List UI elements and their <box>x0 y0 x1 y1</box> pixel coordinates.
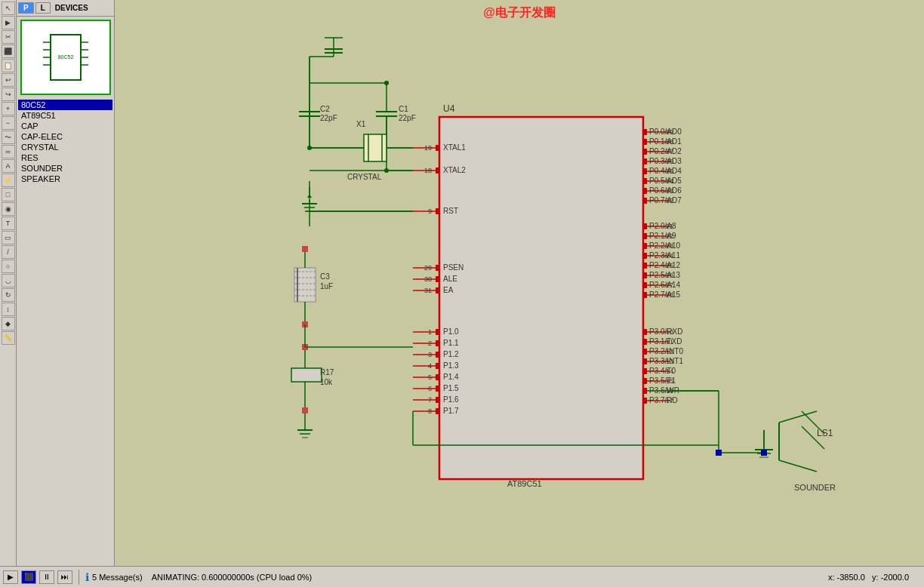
toolbar-btn-probe[interactable]: ◉ <box>2 202 15 216</box>
svg-text:32: 32 <box>666 197 673 204</box>
svg-text:AT89C51: AT89C51 <box>507 479 542 488</box>
svg-text:XTAL1: XTAL1 <box>443 143 466 152</box>
svg-rect-36 <box>436 287 439 294</box>
svg-text:3: 3 <box>428 351 432 358</box>
svg-text:34: 34 <box>666 177 673 185</box>
toolbar-btn-power[interactable]: ⚡ <box>2 174 15 187</box>
svg-text:ALE: ALE <box>443 275 457 283</box>
toolbar-btn-redo[interactable]: ↪ <box>2 88 15 101</box>
svg-text:R17: R17 <box>320 368 334 376</box>
toolbar-btn-bus[interactable]: ═ <box>2 145 15 158</box>
toolbar-btn-line[interactable]: / <box>2 245 15 259</box>
svg-text:XTAL2: XTAL2 <box>443 166 466 174</box>
svg-text:19: 19 <box>424 144 432 152</box>
toolbar-btn-copy[interactable]: ⬛ <box>2 45 15 58</box>
comp-item-res[interactable]: RES <box>18 152 112 163</box>
status-messages: 5 Message(s) <box>92 573 143 582</box>
svg-rect-100 <box>643 198 647 204</box>
svg-rect-68 <box>436 408 439 414</box>
comp-item-speaker[interactable]: SPEAKER <box>18 174 112 184</box>
svg-text:P2.7/A15: P2.7/A15 <box>649 290 681 299</box>
toolbar-btn-text[interactable]: T <box>2 217 15 230</box>
svg-rect-84 <box>643 158 647 164</box>
svg-text:5: 5 <box>428 373 432 381</box>
toolbar-btn-label[interactable]: A <box>2 159 15 173</box>
l-button[interactable]: L <box>35 2 51 14</box>
toolbar-btn-play[interactable]: ▶ <box>2 16 15 29</box>
svg-rect-28 <box>436 265 439 271</box>
toolbar-btn-arc[interactable]: ◡ <box>2 274 15 287</box>
svg-text:LS1: LS1 <box>817 428 833 438</box>
comp-item-cap[interactable]: CAP <box>18 121 112 131</box>
svg-text:8: 8 <box>428 407 432 415</box>
component-list: 80C52 AT89C51 CAP CAP-ELEC CRYSTAL RES S… <box>17 98 114 186</box>
svg-text:21: 21 <box>666 223 673 230</box>
svg-text:P1.3: P1.3 <box>443 361 459 370</box>
toolbar-btn-zoom-out[interactable]: − <box>2 116 15 130</box>
toolbar-btn-component[interactable]: □ <box>2 188 15 201</box>
toolbar-btn-wire[interactable]: 〜 <box>2 131 15 144</box>
svg-rect-64 <box>436 397 439 403</box>
status-pause-btn[interactable]: ⏸ <box>39 570 54 584</box>
comp-item-crystal[interactable]: CRYSTAL <box>18 142 112 152</box>
svg-text:17: 17 <box>666 397 673 404</box>
toolbar-btn-rotate[interactable]: ↻ <box>2 288 15 302</box>
svg-text:P1.0: P1.0 <box>443 327 459 336</box>
p-button[interactable]: P <box>18 2 34 14</box>
svg-text:SOUNDER: SOUNDER <box>794 483 836 492</box>
svg-text:27: 27 <box>666 281 673 289</box>
svg-rect-52 <box>436 363 439 369</box>
svg-text:9: 9 <box>428 207 432 215</box>
svg-rect-88 <box>643 168 647 174</box>
svg-rect-76 <box>643 139 647 145</box>
svg-text:@电子开发圈: @电子开发圈 <box>483 6 556 19</box>
svg-text:15: 15 <box>666 377 673 385</box>
schematic-svg: @电子开发圈 U4 AT89C51 19 XTAL1 18 XTAL2 9 RS… <box>115 0 924 566</box>
toolbar-btn-marker[interactable]: ◆ <box>2 317 15 330</box>
svg-text:12: 12 <box>666 348 673 355</box>
svg-text:CRYSTAL: CRYSTAL <box>347 173 382 181</box>
toolbar-btn-box[interactable]: ▭ <box>2 231 15 244</box>
status-step-btn[interactable]: ⏭ <box>57 570 72 584</box>
toolbar-btn-arrow[interactable]: ↖ <box>2 2 15 15</box>
svg-text:22: 22 <box>666 232 673 240</box>
toolbar-btn-circle[interactable]: ○ <box>2 260 15 273</box>
svg-text:13: 13 <box>666 358 673 365</box>
main-canvas[interactable]: @电子开发圈 U4 AT89C51 19 XTAL1 18 XTAL2 9 RS… <box>115 0 924 566</box>
comp-item-cap-elec[interactable]: CAP-ELEC <box>18 131 112 142</box>
comp-item-sounder[interactable]: SOUNDER <box>18 163 112 174</box>
svg-text:P3.7/RD: P3.7/RD <box>649 396 678 404</box>
comp-item-80c52[interactable]: 80C52 <box>18 100 112 110</box>
toolbar-btn-cut[interactable]: ✂ <box>2 30 15 44</box>
svg-rect-195 <box>364 134 387 161</box>
svg-rect-132 <box>643 292 647 298</box>
svg-text:1uF: 1uF <box>320 282 333 290</box>
svg-text:U4: U4 <box>443 103 455 114</box>
svg-text:P1.7: P1.7 <box>443 407 459 415</box>
toolbar-btn-zoom-in[interactable]: + <box>2 102 15 115</box>
toolbar-btn-undo[interactable]: ↩ <box>2 73 15 87</box>
comp-item-at89c51[interactable]: AT89C51 <box>18 110 112 121</box>
y-coord: -2000.0 <box>881 573 909 582</box>
status-play-btn[interactable]: ▶ <box>3 570 18 584</box>
x-label: x: <box>828 573 835 582</box>
svg-text:P2.5/A13: P2.5/A13 <box>649 271 681 279</box>
svg-rect-116 <box>643 253 647 259</box>
x-coord: -3850.0 <box>837 573 865 582</box>
status-stop-btn[interactable]: ⬛ <box>21 570 36 584</box>
svg-text:P2.4/A12: P2.4/A12 <box>649 261 681 269</box>
svg-rect-60 <box>436 386 439 392</box>
svg-rect-80 <box>643 149 647 155</box>
svg-text:36: 36 <box>666 158 673 165</box>
svg-text:RST: RST <box>443 207 458 215</box>
toolbar-btn-flip[interactable]: ↕ <box>2 303 15 316</box>
toolbar-btn-paste[interactable]: 📋 <box>2 59 15 72</box>
svg-rect-12 <box>439 117 643 479</box>
svg-text:2: 2 <box>428 340 432 347</box>
component-preview: 80C52 <box>20 20 111 95</box>
toolbar-btn-measure[interactable]: 📏 <box>2 331 15 345</box>
device-panel: P L DEVICES 80C52 80C52 AT89C51 CAP CAP-… <box>17 0 115 566</box>
svg-text:39: 39 <box>666 128 673 136</box>
status-animation: ANIMATING: 0.600000000s (CPU load 0%) <box>152 573 313 582</box>
svg-text:X1: X1 <box>356 120 366 128</box>
